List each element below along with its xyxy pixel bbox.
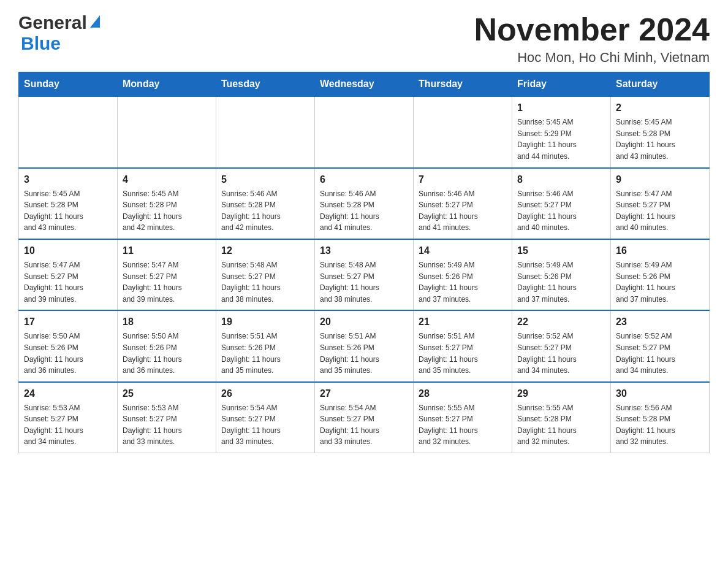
calendar-table: SundayMondayTuesdayWednesdayThursdayFrid… (18, 72, 710, 453)
day-info: Sunrise: 5:45 AMSunset: 5:28 PMDaylight:… (616, 117, 704, 162)
day-number: 26 (221, 386, 309, 401)
calendar-day-cell: 19Sunrise: 5:51 AMSunset: 5:26 PMDayligh… (216, 310, 315, 381)
day-number: 16 (616, 243, 704, 258)
calendar-day-cell: 16Sunrise: 5:49 AMSunset: 5:26 PMDayligh… (611, 239, 710, 310)
calendar-day-cell: 17Sunrise: 5:50 AMSunset: 5:26 PMDayligh… (19, 310, 118, 381)
day-info: Sunrise: 5:45 AMSunset: 5:28 PMDaylight:… (123, 188, 211, 234)
title-section: November 2024 Hoc Mon, Ho Chi Minh, Viet… (474, 12, 710, 66)
calendar-day-cell: 24Sunrise: 5:53 AMSunset: 5:27 PMDayligh… (19, 382, 118, 453)
calendar-day-cell (414, 96, 512, 167)
logo-general-text: General (18, 12, 87, 33)
calendar-day-cell: 12Sunrise: 5:48 AMSunset: 5:27 PMDayligh… (216, 239, 315, 310)
calendar-day-cell: 5Sunrise: 5:46 AMSunset: 5:28 PMDaylight… (216, 168, 315, 239)
calendar-week-row: 17Sunrise: 5:50 AMSunset: 5:26 PMDayligh… (19, 310, 710, 381)
day-number: 10 (24, 243, 112, 258)
calendar-week-row: 1Sunrise: 5:45 AMSunset: 5:29 PMDaylight… (19, 96, 710, 167)
calendar-header-row: SundayMondayTuesdayWednesdayThursdayFrid… (19, 72, 710, 97)
calendar-week-row: 24Sunrise: 5:53 AMSunset: 5:27 PMDayligh… (19, 382, 710, 453)
day-info: Sunrise: 5:51 AMSunset: 5:26 PMDaylight:… (320, 331, 408, 376)
day-info: Sunrise: 5:53 AMSunset: 5:27 PMDaylight:… (123, 402, 211, 448)
calendar-day-cell (118, 96, 216, 167)
calendar-day-cell: 21Sunrise: 5:51 AMSunset: 5:27 PMDayligh… (414, 310, 512, 381)
day-number: 4 (123, 172, 211, 187)
day-number: 23 (616, 315, 704, 329)
day-number: 17 (24, 315, 112, 329)
day-info: Sunrise: 5:49 AMSunset: 5:26 PMDaylight:… (616, 259, 704, 305)
calendar-day-cell (19, 96, 118, 167)
day-number: 18 (123, 315, 211, 329)
calendar-day-cell: 1Sunrise: 5:45 AMSunset: 5:29 PMDaylight… (512, 96, 611, 167)
day-info: Sunrise: 5:50 AMSunset: 5:26 PMDaylight:… (123, 331, 211, 376)
logo-triangle-icon (89, 15, 100, 30)
logo: General Blue (18, 12, 100, 54)
day-info: Sunrise: 5:48 AMSunset: 5:27 PMDaylight:… (320, 259, 408, 305)
location-subtitle: Hoc Mon, Ho Chi Minh, Vietnam (474, 50, 710, 66)
calendar-day-cell: 28Sunrise: 5:55 AMSunset: 5:27 PMDayligh… (414, 382, 512, 453)
day-number: 12 (221, 243, 309, 258)
day-number: 13 (320, 243, 408, 258)
day-number: 7 (419, 172, 507, 187)
calendar-day-cell: 30Sunrise: 5:56 AMSunset: 5:28 PMDayligh… (611, 382, 710, 453)
calendar-day-cell: 14Sunrise: 5:49 AMSunset: 5:26 PMDayligh… (414, 239, 512, 310)
calendar-day-cell: 7Sunrise: 5:46 AMSunset: 5:27 PMDaylight… (414, 168, 512, 239)
calendar-day-header: Tuesday (216, 72, 315, 97)
calendar-day-cell: 29Sunrise: 5:55 AMSunset: 5:28 PMDayligh… (512, 382, 611, 453)
calendar-day-cell: 9Sunrise: 5:47 AMSunset: 5:27 PMDaylight… (611, 168, 710, 239)
day-info: Sunrise: 5:47 AMSunset: 5:27 PMDaylight:… (616, 188, 704, 234)
calendar-day-cell: 10Sunrise: 5:47 AMSunset: 5:27 PMDayligh… (19, 239, 118, 310)
day-number: 24 (24, 386, 112, 401)
calendar-day-cell: 8Sunrise: 5:46 AMSunset: 5:27 PMDaylight… (512, 168, 611, 239)
day-info: Sunrise: 5:46 AMSunset: 5:28 PMDaylight:… (221, 188, 309, 234)
svg-marker-0 (90, 15, 100, 28)
day-info: Sunrise: 5:46 AMSunset: 5:27 PMDaylight:… (517, 188, 605, 234)
day-number: 30 (616, 386, 704, 401)
day-info: Sunrise: 5:52 AMSunset: 5:27 PMDaylight:… (517, 331, 605, 376)
calendar-day-header: Sunday (19, 72, 118, 97)
day-info: Sunrise: 5:55 AMSunset: 5:28 PMDaylight:… (517, 402, 605, 448)
calendar-day-cell: 25Sunrise: 5:53 AMSunset: 5:27 PMDayligh… (118, 382, 216, 453)
calendar-day-cell: 6Sunrise: 5:46 AMSunset: 5:28 PMDaylight… (315, 168, 414, 239)
calendar-day-cell: 11Sunrise: 5:47 AMSunset: 5:27 PMDayligh… (118, 239, 216, 310)
calendar-day-cell: 26Sunrise: 5:54 AMSunset: 5:27 PMDayligh… (216, 382, 315, 453)
day-info: Sunrise: 5:52 AMSunset: 5:27 PMDaylight:… (616, 331, 704, 376)
day-info: Sunrise: 5:50 AMSunset: 5:26 PMDaylight:… (24, 331, 112, 376)
calendar-day-cell: 18Sunrise: 5:50 AMSunset: 5:26 PMDayligh… (118, 310, 216, 381)
calendar-week-row: 3Sunrise: 5:45 AMSunset: 5:28 PMDaylight… (19, 168, 710, 239)
day-info: Sunrise: 5:46 AMSunset: 5:27 PMDaylight:… (419, 188, 507, 234)
day-info: Sunrise: 5:46 AMSunset: 5:28 PMDaylight:… (320, 188, 408, 234)
day-number: 29 (517, 386, 605, 401)
day-info: Sunrise: 5:47 AMSunset: 5:27 PMDaylight:… (123, 259, 211, 305)
calendar-day-cell: 15Sunrise: 5:49 AMSunset: 5:26 PMDayligh… (512, 239, 611, 310)
day-info: Sunrise: 5:49 AMSunset: 5:26 PMDaylight:… (517, 259, 605, 305)
calendar-day-cell: 2Sunrise: 5:45 AMSunset: 5:28 PMDaylight… (611, 96, 710, 167)
day-info: Sunrise: 5:48 AMSunset: 5:27 PMDaylight:… (221, 259, 309, 305)
calendar-day-header: Wednesday (315, 72, 414, 97)
logo-blue-text: Blue (21, 33, 61, 54)
day-number: 20 (320, 315, 408, 329)
calendar-day-header: Friday (512, 72, 611, 97)
day-info: Sunrise: 5:45 AMSunset: 5:29 PMDaylight:… (517, 117, 605, 162)
day-info: Sunrise: 5:53 AMSunset: 5:27 PMDaylight:… (24, 402, 112, 448)
day-number: 11 (123, 243, 211, 258)
calendar-day-cell: 13Sunrise: 5:48 AMSunset: 5:27 PMDayligh… (315, 239, 414, 310)
day-number: 8 (517, 172, 605, 187)
day-number: 14 (419, 243, 507, 258)
day-number: 2 (616, 101, 704, 115)
calendar-week-row: 10Sunrise: 5:47 AMSunset: 5:27 PMDayligh… (19, 239, 710, 310)
day-info: Sunrise: 5:56 AMSunset: 5:28 PMDaylight:… (616, 402, 704, 448)
calendar-day-cell (315, 96, 414, 167)
day-number: 19 (221, 315, 309, 329)
calendar-day-header: Thursday (414, 72, 512, 97)
day-number: 27 (320, 386, 408, 401)
day-info: Sunrise: 5:51 AMSunset: 5:27 PMDaylight:… (419, 331, 507, 376)
day-info: Sunrise: 5:45 AMSunset: 5:28 PMDaylight:… (24, 188, 112, 234)
day-number: 22 (517, 315, 605, 329)
day-number: 3 (24, 172, 112, 187)
page-title: November 2024 (474, 12, 710, 47)
day-info: Sunrise: 5:55 AMSunset: 5:27 PMDaylight:… (419, 402, 507, 448)
calendar-day-cell: 22Sunrise: 5:52 AMSunset: 5:27 PMDayligh… (512, 310, 611, 381)
day-number: 9 (616, 172, 704, 187)
day-number: 6 (320, 172, 408, 187)
day-number: 15 (517, 243, 605, 258)
day-info: Sunrise: 5:49 AMSunset: 5:26 PMDaylight:… (419, 259, 507, 305)
